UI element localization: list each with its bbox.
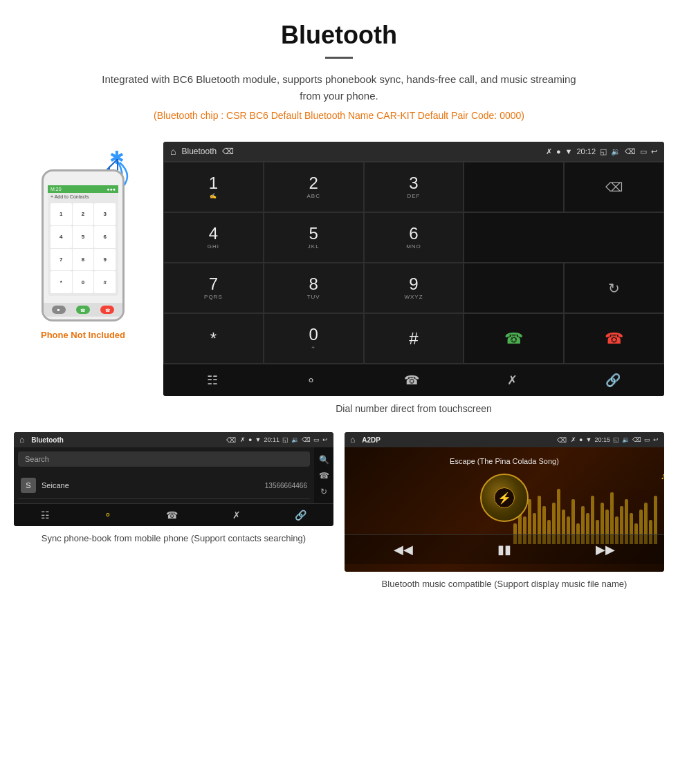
mu-back-icon[interactable]: ↩ (653, 436, 659, 443)
dial-key-1[interactable]: 1 ✍ (163, 162, 264, 212)
phone-key-7: 7 (51, 249, 72, 271)
music-content-area: Escape (The Pina Colada Song) ⚡ ♬ ◀◀ (345, 447, 664, 572)
backspace-key[interactable]: ⌫ (564, 162, 664, 212)
dial-key-8[interactable]: 8 TUV (264, 263, 364, 313)
phonebook-caption: Sync phone-book from mobile phone (Suppo… (14, 532, 333, 545)
mu-vol-icon: 🔉 (622, 436, 630, 443)
song-title-area: Escape (The Pina Colada Song) (345, 447, 664, 474)
page-specs: (Bluetooth chip : CSR BC6 Default Blueto… (28, 110, 650, 121)
call-key[interactable]: ☎ (464, 313, 564, 364)
phone-end-btn: ■ (52, 306, 66, 314)
pb-app-name: Bluetooth (31, 436, 222, 444)
prev-track-icon[interactable]: ◀◀ (394, 542, 413, 557)
main-content: ✱ M:20 ●●● (0, 135, 678, 421)
close-icon[interactable]: ⌫ (625, 147, 636, 156)
pb-close-icon[interactable]: ⌫ (302, 436, 311, 443)
home-icon[interactable]: ⌂ (170, 146, 176, 157)
phone-section: ✱ M:20 ●●● (14, 142, 152, 340)
grid-toolbar-icon[interactable]: ☷ (207, 373, 218, 388)
refresh-key[interactable]: ↻ (564, 263, 664, 313)
phone-toolbar-icon[interactable]: ☎ (404, 373, 419, 388)
pb-home-icon[interactable]: ⌂ (19, 435, 24, 445)
refresh-icon: ↻ (608, 280, 620, 297)
contacts-toolbar-icon[interactable]: ⚬ (306, 373, 316, 388)
volume-icon: 🔉 (611, 147, 621, 156)
mu-wifi-icon: ▼ (586, 436, 592, 443)
album-art-area: ⚡ ♬ (345, 474, 664, 534)
pb-wifi-icon: ▼ (255, 436, 262, 443)
pb-refresh-side-icon[interactable]: ↻ (320, 487, 327, 496)
dial-key-0[interactable]: 0 + (264, 313, 364, 364)
contact-number: 13566664466 (265, 482, 307, 489)
pb-call-side-icon[interactable]: ☎ (319, 471, 329, 480)
phone-key-3: 3 (94, 203, 116, 225)
status-bar-left: ⌂ Bluetooth ⌫ (170, 146, 234, 157)
pb-back-icon[interactable]: ↩ (322, 436, 328, 443)
music-screen: ⌂ A2DP ⌫ ✗ ● ▼ 20:15 ◱ 🔉 ⌫ ▭ ↩ (345, 432, 664, 572)
pb-win-icon[interactable]: ▭ (313, 436, 320, 443)
bluetooth-toolbar-icon[interactable]: ✗ (507, 373, 517, 388)
dial-key-9[interactable]: 9 WXYZ (364, 263, 464, 313)
dial-key-hash[interactable]: # (364, 313, 464, 364)
usb-icon: ⌫ (222, 147, 234, 156)
dial-key-star[interactable]: * (163, 313, 264, 364)
pb-bt-icon: ✗ (240, 436, 246, 443)
dial-key-7[interactable]: 7 PQRS (163, 263, 264, 313)
dial-key-3[interactable]: 3 DEF (364, 162, 464, 212)
mu-cam-icon: ◱ (613, 436, 619, 443)
dial-key-5[interactable]: 5 JKL (264, 212, 364, 263)
app-name-label: Bluetooth (181, 147, 217, 156)
mu-win-icon[interactable]: ▭ (644, 436, 650, 443)
phone-key-4: 4 (51, 226, 72, 248)
call-green-icon: ☎ (504, 330, 523, 348)
music-panel: ⌂ A2DP ⌫ ✗ ● ▼ 20:15 ◱ 🔉 ⌫ ▭ ↩ (345, 432, 664, 591)
pb-person-icon[interactable]: ⚬ (104, 510, 112, 521)
phonebook-panel: ⌂ Bluetooth ⌫ ✗ ● ▼ 20:11 ◱ 🔉 ⌫ ▭ ↩ (14, 432, 333, 591)
page-title: Bluetooth (28, 21, 650, 50)
dial-key-6[interactable]: 6 MNO (364, 212, 464, 263)
phone-key-6: 6 (94, 226, 116, 248)
dial-empty-2 (464, 263, 564, 313)
pb-link-icon[interactable]: 🔗 (295, 510, 306, 521)
contact-row: S Seicane 13566664466 (18, 472, 310, 499)
page-header: Bluetooth Integrated with BC6 Bluetooth … (0, 0, 678, 135)
phone-call-btn: ☎ (76, 306, 90, 314)
phonebook-screen: ⌂ Bluetooth ⌫ ✗ ● ▼ 20:11 ◱ 🔉 ⌫ ▭ ↩ (14, 432, 333, 526)
wifi-icon: ▼ (565, 147, 573, 156)
main-screen-caption: Dial number direct from touchscreen (163, 403, 664, 414)
mu-home-icon[interactable]: ⌂ (350, 435, 355, 445)
dial-empty-1 (464, 212, 664, 263)
status-bar-right: ✗ ● ▼ 20:12 ◱ 🔉 ⌫ ▭ ↩ (546, 147, 657, 156)
pb-bt-toolbar-icon[interactable]: ✗ (232, 510, 241, 521)
play-pause-icon[interactable]: ▮▮ (497, 542, 511, 557)
svg-line-0 (109, 159, 118, 167)
link-toolbar-icon[interactable]: 🔗 (605, 373, 621, 388)
music-note-icon: ♬ (661, 470, 665, 481)
phone-screen-header: M:20 ●●● (48, 185, 118, 193)
next-track-icon[interactable]: ▶▶ (596, 542, 615, 557)
end-call-key[interactable]: ☎ (564, 313, 664, 364)
mu-time: 20:15 (594, 436, 610, 443)
phone-key-hash: # (94, 271, 116, 293)
pb-grid-icon[interactable]: ☷ (41, 510, 50, 521)
phone-frame: M:20 ●●● + Add to Contacts 1 2 3 4 5 6 7… (42, 169, 125, 321)
pb-phone-icon[interactable]: ☎ (166, 510, 178, 521)
dial-key-2[interactable]: 2 ABC (264, 162, 364, 212)
window-icon[interactable]: ▭ (640, 147, 647, 156)
phonebook-status-bar: ⌂ Bluetooth ⌫ ✗ ● ▼ 20:11 ◱ 🔉 ⌫ ▭ ↩ (14, 432, 333, 447)
call-red-icon: ☎ (605, 330, 623, 348)
back-icon[interactable]: ↩ (651, 147, 657, 156)
dial-key-4[interactable]: 4 GHI (163, 212, 264, 263)
phonebook-toolbar: ☷ ⚬ ☎ ✗ 🔗 (14, 503, 333, 526)
song-title-label: Escape (The Pina Colada Song) (450, 457, 559, 465)
dialpad-grid: 1 ✍ 2 ABC 3 DEF ⌫ 4 GHI (163, 161, 664, 364)
mu-close-icon[interactable]: ⌫ (632, 436, 641, 443)
search-bar[interactable]: Search (18, 451, 310, 467)
phone-contact-label: + Add to Contacts (48, 193, 118, 200)
camera-icon: ◱ (600, 147, 607, 156)
music-status-bar: ⌂ A2DP ⌫ ✗ ● ▼ 20:15 ◱ 🔉 ⌫ ▭ ↩ (345, 432, 664, 447)
album-art-inner: ⚡ (494, 487, 515, 508)
pb-search-icon[interactable]: 🔍 (319, 455, 329, 465)
title-divider (325, 57, 353, 59)
phone-hangup-btn: ☎ (100, 306, 114, 314)
